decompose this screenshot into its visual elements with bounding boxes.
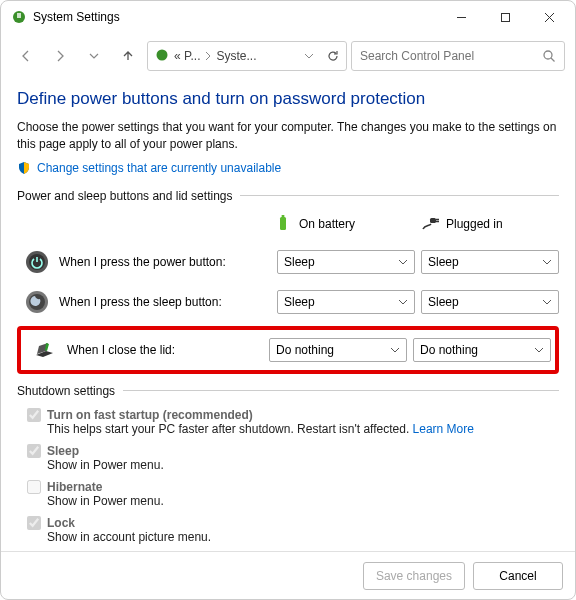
change-settings-link[interactable]: Change settings that are currently unava… xyxy=(37,161,281,175)
window-title: System Settings xyxy=(33,10,120,24)
search-icon xyxy=(542,49,556,63)
row-close-lid: When I close the lid: Do nothing Do noth… xyxy=(25,334,551,366)
svg-rect-10 xyxy=(430,218,436,223)
group-power-title: Power and sleep buttons and lid settings xyxy=(17,189,232,203)
svg-point-0 xyxy=(13,11,25,23)
power-battery-select[interactable]: Sleep xyxy=(277,250,415,274)
row-power-button: When I press the power button: Sleep Sle… xyxy=(17,246,559,278)
footer: Save changes Cancel xyxy=(1,551,575,599)
chevron-down-icon xyxy=(534,343,544,357)
navbar: « P... Syste... xyxy=(1,33,575,83)
lock-checkbox xyxy=(27,516,41,530)
row-power-label: When I press the power button: xyxy=(59,255,271,269)
sleep-plugged-select[interactable]: Sleep xyxy=(421,290,559,314)
sleep-button-icon xyxy=(25,290,49,314)
row-sleep-label: When I press the sleep button: xyxy=(59,295,271,309)
laptop-lid-icon xyxy=(33,338,57,362)
address-bar[interactable]: « P... Syste... xyxy=(147,41,347,71)
svg-rect-9 xyxy=(282,215,285,217)
cancel-button[interactable]: Cancel xyxy=(473,562,563,590)
page-title: Define power buttons and turn on passwor… xyxy=(17,89,559,109)
sleep-option: Sleep Show in Power menu. xyxy=(27,444,559,472)
power-group: Power and sleep buttons and lid settings… xyxy=(17,189,559,374)
chevron-down-icon xyxy=(398,295,408,309)
chevron-down-icon xyxy=(542,295,552,309)
breadcrumb-2[interactable]: Syste... xyxy=(216,49,256,63)
svg-point-6 xyxy=(544,51,552,59)
lock-option: Lock Show in account picture menu. xyxy=(27,516,559,544)
chevron-down-icon xyxy=(390,343,400,357)
hibernate-desc: Show in Power menu. xyxy=(47,494,559,508)
chevron-right-icon xyxy=(204,51,212,61)
content-area: Define power buttons and turn on passwor… xyxy=(1,83,575,551)
recent-button[interactable] xyxy=(79,42,109,70)
page-description: Choose the power settings that you want … xyxy=(17,119,559,153)
fast-startup-checkbox xyxy=(27,408,41,422)
column-on-battery: On battery xyxy=(273,213,412,236)
svg-line-7 xyxy=(551,58,555,62)
folder-icon xyxy=(154,47,170,66)
row-lid-label: When I close the lid: xyxy=(67,343,263,357)
sleep-battery-select[interactable]: Sleep xyxy=(277,290,415,314)
forward-button[interactable] xyxy=(45,42,75,70)
svg-rect-2 xyxy=(501,13,509,21)
lid-battery-select[interactable]: Do nothing xyxy=(269,338,407,362)
svg-point-5 xyxy=(157,49,168,60)
chevron-down-icon[interactable] xyxy=(304,52,314,60)
svg-rect-8 xyxy=(280,217,286,230)
fast-startup-option: Turn on fast startup (recommended) This … xyxy=(27,408,559,436)
plug-icon xyxy=(420,213,440,236)
chevron-down-icon xyxy=(398,255,408,269)
row-sleep-button: When I press the sleep button: Sleep Sle… xyxy=(17,286,559,318)
app-icon xyxy=(11,9,27,25)
sleep-checkbox xyxy=(27,444,41,458)
hibernate-checkbox xyxy=(27,480,41,494)
search-box[interactable] xyxy=(351,41,565,71)
sleep-desc: Show in Power menu. xyxy=(47,458,559,472)
refresh-button[interactable] xyxy=(326,49,340,63)
lock-desc: Show in account picture menu. xyxy=(47,530,559,544)
group-shutdown-title: Shutdown settings xyxy=(17,384,115,398)
column-plugged-in: Plugged in xyxy=(420,213,559,236)
hibernate-option: Hibernate Show in Power menu. xyxy=(27,480,559,508)
power-button-icon xyxy=(25,250,49,274)
save-button[interactable]: Save changes xyxy=(363,562,465,590)
power-plugged-select[interactable]: Sleep xyxy=(421,250,559,274)
fast-startup-desc: This helps start your PC faster after sh… xyxy=(47,422,413,436)
minimize-button[interactable] xyxy=(439,3,483,31)
search-input[interactable] xyxy=(360,49,536,63)
highlight-lid-row: When I close the lid: Do nothing Do noth… xyxy=(17,326,559,374)
breadcrumb-1[interactable]: « P... xyxy=(174,49,200,63)
chevron-down-icon xyxy=(542,255,552,269)
close-button[interactable] xyxy=(527,3,571,31)
up-button[interactable] xyxy=(113,42,143,70)
learn-more-link[interactable]: Learn More xyxy=(413,422,474,436)
shield-icon xyxy=(17,161,31,175)
battery-icon xyxy=(273,213,293,236)
titlebar: System Settings xyxy=(1,1,575,33)
shutdown-group: Shutdown settings Turn on fast startup (… xyxy=(17,384,559,544)
back-button[interactable] xyxy=(11,42,41,70)
lid-plugged-select[interactable]: Do nothing xyxy=(413,338,551,362)
maximize-button[interactable] xyxy=(483,3,527,31)
